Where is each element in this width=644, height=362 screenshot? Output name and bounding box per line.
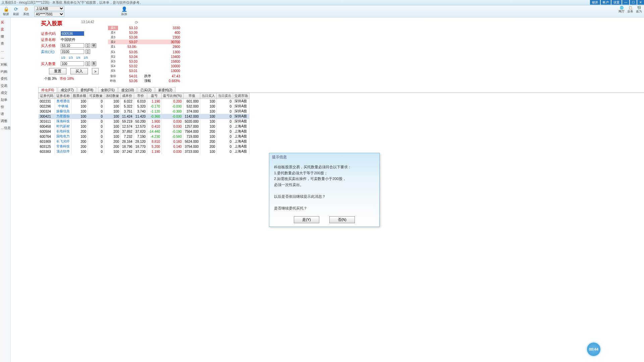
buy-button[interactable]: 买入 (70, 68, 88, 74)
col-header[interactable]: 市价 (134, 93, 147, 99)
table-row[interactable]: 002231奥维通信10001006.0226.0101.1900.200601… (39, 99, 250, 104)
qty-input[interactable] (61, 61, 84, 66)
dialog-no-button[interactable]: 否(N) (329, 216, 355, 223)
col-header[interactable]: 当日卖出 (217, 93, 233, 99)
col-header[interactable]: 冻结数量 (104, 93, 121, 99)
col-header[interactable]: 盈亏比例(%) (162, 93, 183, 99)
title-btn-1[interactable]: 帐户 (601, 0, 611, 5)
minimize-button[interactable]: — (622, 0, 629, 5)
table-row[interactable]: 603125常青科技200020018.79618.7705.2000.1403… (39, 144, 250, 149)
quote-row[interactable]: 卖253.0730700 (108, 40, 180, 44)
tab[interactable]: 提交(10) (118, 87, 137, 93)
code-input[interactable] (61, 31, 84, 36)
tool-refresh[interactable]: ⟳ 刷新 (12, 6, 20, 16)
frac-12[interactable]: 1/2 (61, 56, 65, 59)
tab[interactable]: 成交(F7) (58, 87, 76, 93)
quote-row[interactable]: 卖353.082300 (108, 35, 180, 40)
sidebar-item-8[interactable]: 委托 (0, 75, 10, 82)
col-header[interactable]: 股票余额 (71, 93, 88, 99)
tb-right-0[interactable]: 🌐 网厅 (619, 6, 625, 14)
table-row[interactable]: 601869长飞光纤200020028.16428.1208.8100.1605… (39, 139, 250, 144)
table-row[interactable]: 300421力星股份100010011.42411.420-0.360-0.03… (39, 114, 250, 119)
tb-right-1[interactable]: 📋 业务 (627, 6, 633, 14)
col-header[interactable]: 当日买入 (200, 93, 217, 99)
holdings-grid: 证券代码证券名称股票余额可卖数量冻结数量成本价市价盈亏盈亏比例(%)市值当日买入… (38, 93, 644, 154)
title-btn-2[interactable]: 设置 (611, 0, 622, 5)
price-lock[interactable]: 锁 (92, 43, 96, 48)
sidebar-item-14[interactable]: 调整 (0, 117, 10, 124)
table-row[interactable]: 002296中铁城10001005.3225.320-0.170-0.03053… (39, 104, 250, 109)
quote-row[interactable]: 卖553.103330 (108, 25, 180, 30)
price-input[interactable] (61, 43, 84, 48)
quote-panel: 卖553.103330卖453.09400卖353.082300卖253.073… (108, 25, 180, 83)
tool-lock[interactable]: 🔒 锁屏 (2, 6, 10, 16)
panel-refresh-icon[interactable]: ⟳ (135, 20, 138, 25)
qty-spinner[interactable]: ▲▼ (86, 61, 90, 66)
limit-input[interactable] (61, 49, 84, 54)
col-header[interactable]: 市值 (183, 93, 200, 99)
quote-row[interactable]: 买453.0210000 (108, 64, 180, 68)
quote-row[interactable]: 卖453.09400 (108, 30, 180, 35)
account-select[interactable]: A5****7591 (34, 12, 64, 17)
tab[interactable]: 委托(F8) (77, 87, 96, 93)
col-header[interactable]: 可卖数量 (88, 93, 104, 99)
sidebar-item-10[interactable]: 成交 (0, 89, 10, 96)
sidebar-item-7[interactable]: 约购 (0, 68, 10, 75)
col-header[interactable]: 证券代码 (39, 93, 55, 99)
tool-system[interactable]: ⚙ 系统 (22, 6, 30, 16)
sidebar-item-1[interactable]: 卖 (0, 26, 10, 33)
frac-13[interactable]: 1/3 (69, 56, 73, 59)
tab[interactable]: 全部(7/1) (98, 87, 118, 93)
qty-lock[interactable]: 股 (92, 61, 96, 66)
table-row[interactable]: 600458时代新材100010012.57412.5700.4100.0301… (39, 124, 250, 129)
quote-row[interactable]: 昨收53.06涨幅0.683% (108, 78, 180, 83)
sidebar-item-9[interactable]: 交易 (0, 82, 10, 89)
sidebar-item-6[interactable]: 对帐 (0, 61, 10, 68)
quote-row[interactable]: 买153.051300 (108, 50, 180, 54)
sidebar-item-3[interactable]: 查 (0, 40, 10, 47)
quote-row[interactable]: 买553.0113000 (108, 68, 180, 73)
quote-row[interactable]: 买253.0413400 (108, 54, 180, 59)
qty-label: 买入数量 (41, 61, 59, 66)
sidebar-item-12[interactable]: 份 (0, 103, 10, 110)
limit-spinner[interactable]: ▲▼ (86, 49, 90, 54)
tab[interactable]: 已买(2) (138, 87, 154, 93)
sidebar-item-0[interactable]: 买 (0, 19, 10, 26)
frac-14[interactable]: 1/4 (76, 56, 80, 59)
col-header[interactable]: 盈亏 (147, 93, 162, 99)
maximize-button[interactable]: ☐ (630, 0, 637, 5)
tab[interactable]: 新委托(2) (155, 87, 175, 93)
title-btn-0[interactable]: 锁屏 (590, 0, 600, 5)
col-header[interactable]: 交易市场 (233, 93, 250, 99)
dialog-title: 提示信息 (269, 153, 379, 161)
table-row[interactable]: 301611珠海科技100010059.21950.2001.9000.0305… (39, 119, 250, 124)
reset-button[interactable]: 重置 (49, 68, 66, 74)
add-user-button[interactable]: 👤 添加 (120, 6, 128, 16)
confirm-dialog: 提示信息 科创板股票交易，买托数量必须符合以下要求：1.委托数量必须大于等于20… (269, 153, 380, 227)
quote-row[interactable]: 涨停54.01跌停47.43 (108, 74, 180, 78)
tb-right-2[interactable]: 💱 改为 (636, 6, 642, 14)
sidebar-item-11[interactable]: 划单 (0, 96, 10, 103)
sidebar-item-4[interactable]: … (0, 47, 10, 54)
sidebar-item-2[interactable]: 撤 (0, 33, 10, 40)
col-header[interactable]: 证券名称 (55, 93, 71, 99)
table-row[interactable]: 600764国电电力10001007.2327.190-4.230-0.5807… (39, 134, 250, 139)
close-button[interactable]: ✕ (637, 0, 644, 5)
table-row[interactable]: 603383顶点软件100010037.24237.2301.1900.0303… (39, 149, 250, 154)
quote-row[interactable]: 卖153.06↓2900 (108, 44, 180, 49)
market-select[interactable]: 上证A股 (34, 6, 64, 11)
arrow-button[interactable]: > (92, 68, 99, 74)
col-header[interactable]: 成本价 (121, 93, 134, 99)
dialog-yes-button[interactable]: 是(Y) (294, 216, 319, 223)
table-row[interactable]: 300324旋极信息10001003.7513.740-1.120-0.3003… (39, 109, 250, 114)
table-row[interactable]: 600584长电科技200020037.89237.820-14.440-0.1… (39, 129, 250, 134)
quote-row[interactable]: 买353.0315800 (108, 59, 180, 64)
tab[interactable]: 持仓(F6) (38, 87, 57, 93)
sidebar-item-13[interactable]: 请 (0, 110, 10, 117)
sidebar-item-15[interactable]: …信息 (0, 124, 10, 131)
sidebar-item-5[interactable]: … (0, 54, 10, 61)
sidebar: 买卖撤查……对帐约购委托交易成交划单份请调整…信息 (0, 17, 11, 362)
price-spinner[interactable]: ▲▼ (86, 43, 90, 48)
globe-icon: 🌐 (620, 6, 624, 9)
frac-15[interactable]: 1/5 (84, 56, 88, 59)
